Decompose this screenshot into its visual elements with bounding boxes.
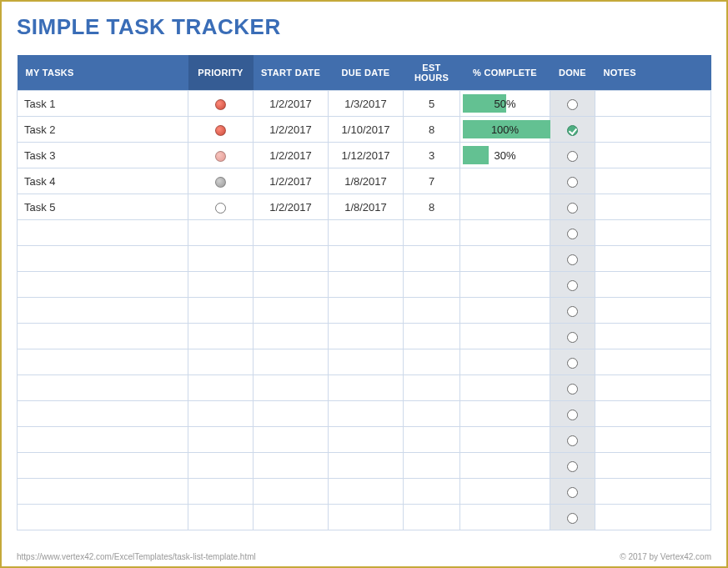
cell-notes[interactable]: [595, 375, 711, 401]
cell-done[interactable]: [550, 401, 595, 427]
cell-est-hours[interactable]: [404, 505, 460, 530]
cell-priority[interactable]: [188, 246, 254, 272]
radio-icon[interactable]: [567, 513, 578, 524]
cell-est-hours[interactable]: [404, 272, 460, 298]
cell-task[interactable]: Task 3: [18, 143, 188, 168]
cell-due-date[interactable]: [329, 349, 404, 375]
cell-priority[interactable]: [188, 272, 254, 298]
cell-due-date[interactable]: [329, 246, 404, 272]
radio-icon[interactable]: [567, 203, 578, 214]
cell-percent-complete[interactable]: [460, 272, 550, 298]
cell-task[interactable]: [18, 246, 188, 272]
cell-priority[interactable]: [188, 194, 254, 220]
cell-priority[interactable]: [188, 117, 254, 143]
cell-start-date[interactable]: [254, 505, 329, 530]
cell-done[interactable]: [550, 143, 595, 168]
cell-due-date[interactable]: [329, 375, 404, 401]
cell-percent-complete[interactable]: [460, 298, 550, 324]
cell-start-date[interactable]: 1/2/2017: [254, 117, 329, 143]
cell-done[interactable]: [550, 479, 595, 505]
cell-notes[interactable]: [595, 246, 711, 272]
cell-task[interactable]: [18, 505, 188, 530]
cell-start-date[interactable]: 1/2/2017: [254, 91, 329, 117]
cell-start-date[interactable]: [254, 220, 329, 246]
radio-icon[interactable]: [567, 332, 578, 343]
cell-due-date[interactable]: [329, 453, 404, 479]
cell-est-hours[interactable]: [404, 427, 460, 453]
cell-priority[interactable]: [188, 427, 254, 453]
cell-start-date[interactable]: [254, 324, 329, 349]
radio-icon[interactable]: [567, 358, 578, 369]
cell-notes[interactable]: [595, 168, 711, 194]
cell-done[interactable]: [550, 349, 595, 375]
cell-start-date[interactable]: [254, 479, 329, 505]
cell-task[interactable]: [18, 375, 188, 401]
cell-due-date[interactable]: [329, 505, 404, 530]
cell-due-date[interactable]: 1/8/2017: [329, 168, 404, 194]
radio-icon[interactable]: [567, 461, 578, 472]
cell-done[interactable]: [550, 220, 595, 246]
cell-percent-complete[interactable]: 50%: [460, 91, 550, 117]
cell-notes[interactable]: [595, 143, 711, 168]
cell-priority[interactable]: [188, 168, 254, 194]
radio-icon[interactable]: [567, 384, 578, 395]
cell-start-date[interactable]: 1/2/2017: [254, 143, 329, 168]
cell-notes[interactable]: [595, 194, 711, 220]
cell-task[interactable]: [18, 401, 188, 427]
cell-priority[interactable]: [188, 349, 254, 375]
cell-est-hours[interactable]: 8: [404, 194, 460, 220]
cell-priority[interactable]: [188, 505, 254, 530]
cell-task[interactable]: Task 2: [18, 117, 188, 143]
cell-percent-complete[interactable]: 30%: [460, 143, 550, 168]
cell-start-date[interactable]: [254, 427, 329, 453]
cell-est-hours[interactable]: 8: [404, 117, 460, 143]
cell-done[interactable]: [550, 117, 595, 143]
cell-percent-complete[interactable]: [460, 168, 550, 194]
cell-done[interactable]: [550, 427, 595, 453]
cell-percent-complete[interactable]: [460, 505, 550, 530]
cell-due-date[interactable]: 1/12/2017: [329, 143, 404, 168]
radio-icon[interactable]: [567, 177, 578, 188]
cell-percent-complete[interactable]: [460, 220, 550, 246]
cell-est-hours[interactable]: [404, 349, 460, 375]
cell-task[interactable]: [18, 427, 188, 453]
cell-start-date[interactable]: [254, 401, 329, 427]
cell-task[interactable]: [18, 453, 188, 479]
cell-est-hours[interactable]: [404, 220, 460, 246]
radio-icon[interactable]: [567, 151, 578, 162]
cell-notes[interactable]: [595, 401, 711, 427]
cell-est-hours[interactable]: 3: [404, 143, 460, 168]
radio-icon[interactable]: [567, 280, 578, 291]
cell-task[interactable]: Task 1: [18, 91, 188, 117]
cell-start-date[interactable]: 1/2/2017: [254, 168, 329, 194]
cell-notes[interactable]: [595, 117, 711, 143]
cell-start-date[interactable]: [254, 246, 329, 272]
cell-notes[interactable]: [595, 349, 711, 375]
cell-notes[interactable]: [595, 220, 711, 246]
cell-priority[interactable]: [188, 479, 254, 505]
cell-due-date[interactable]: [329, 298, 404, 324]
cell-notes[interactable]: [595, 453, 711, 479]
cell-notes[interactable]: [595, 298, 711, 324]
cell-task[interactable]: [18, 479, 188, 505]
cell-due-date[interactable]: 1/10/2017: [329, 117, 404, 143]
cell-priority[interactable]: [188, 401, 254, 427]
cell-percent-complete[interactable]: [460, 401, 550, 427]
cell-done[interactable]: [550, 375, 595, 401]
cell-done[interactable]: [550, 246, 595, 272]
cell-priority[interactable]: [188, 324, 254, 349]
cell-done[interactable]: [550, 324, 595, 349]
cell-start-date[interactable]: [254, 375, 329, 401]
cell-task[interactable]: [18, 220, 188, 246]
cell-done[interactable]: [550, 272, 595, 298]
cell-due-date[interactable]: [329, 272, 404, 298]
cell-percent-complete[interactable]: [460, 324, 550, 349]
cell-notes[interactable]: [595, 479, 711, 505]
cell-start-date[interactable]: 1/2/2017: [254, 194, 329, 220]
cell-est-hours[interactable]: [404, 324, 460, 349]
cell-priority[interactable]: [188, 453, 254, 479]
radio-icon[interactable]: [567, 99, 578, 110]
cell-done[interactable]: [550, 298, 595, 324]
cell-est-hours[interactable]: [404, 246, 460, 272]
cell-est-hours[interactable]: [404, 401, 460, 427]
